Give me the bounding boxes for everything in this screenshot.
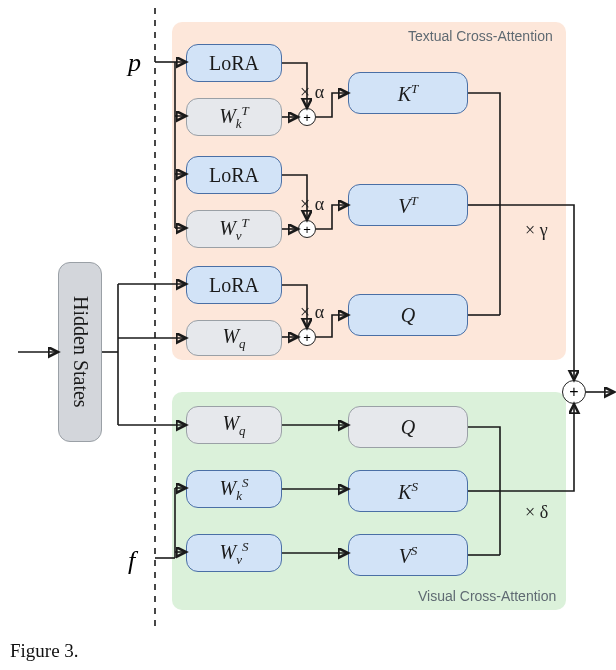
k-t-block: KT bbox=[348, 72, 468, 114]
wv-s-block: WvS bbox=[186, 534, 282, 572]
final-plus-op: + bbox=[562, 380, 586, 404]
figure-caption: Figure 3. bbox=[10, 640, 79, 662]
alpha-annotation-3: × α bbox=[300, 302, 324, 323]
k-s-block: KS bbox=[348, 470, 468, 512]
alpha-annotation-2: × α bbox=[300, 194, 324, 215]
visual-region-label: Visual Cross-Attention bbox=[418, 588, 556, 604]
wq-block-textual: Wq bbox=[186, 320, 282, 356]
plus-op-3: + bbox=[298, 328, 316, 346]
plus-op-2: + bbox=[298, 220, 316, 238]
wq-block-visual: Wq bbox=[186, 406, 282, 444]
gamma-annotation: × γ bbox=[525, 220, 548, 241]
q-block-visual: Q bbox=[348, 406, 468, 448]
textual-region-label: Textual Cross-Attention bbox=[408, 28, 553, 44]
hidden-states-block: Hidden States bbox=[58, 262, 102, 442]
lora-block-3: LoRA bbox=[186, 266, 282, 304]
lora-block-2: LoRA bbox=[186, 156, 282, 194]
alpha-annotation-1: × α bbox=[300, 82, 324, 103]
v-t-block: VT bbox=[348, 184, 468, 226]
v-s-block: VS bbox=[348, 534, 468, 576]
q-block-textual: Q bbox=[348, 294, 468, 336]
delta-annotation: × δ bbox=[525, 502, 548, 523]
plus-op-1: + bbox=[298, 108, 316, 126]
wk-s-block: WkS bbox=[186, 470, 282, 508]
diagram-canvas: Textual Cross-Attention Visual Cross-Att… bbox=[0, 0, 616, 670]
wv-t-block: WvT bbox=[186, 210, 282, 248]
lora-block-1: LoRA bbox=[186, 44, 282, 82]
hidden-states-label: Hidden States bbox=[69, 296, 92, 408]
input-f: f bbox=[128, 546, 135, 576]
input-p: p bbox=[128, 48, 141, 78]
wk-t-block: WkT bbox=[186, 98, 282, 136]
